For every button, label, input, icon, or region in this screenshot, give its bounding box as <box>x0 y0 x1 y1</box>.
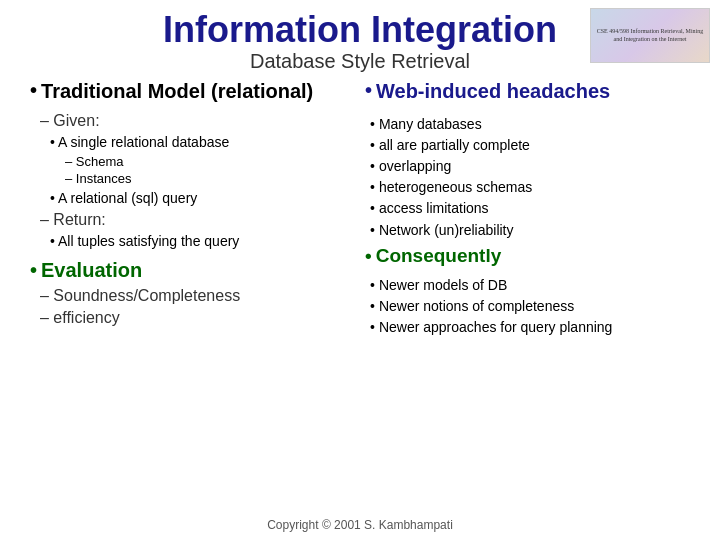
headache-text-0: Many databases <box>379 115 482 133</box>
bullet-dot2: • <box>50 190 58 206</box>
bullet-consequently: • <box>365 245 372 267</box>
given-item: – Given: <box>40 111 355 132</box>
consq-item-0: Newer models of DB <box>370 276 690 294</box>
tuples-bullet: • All tuples satisfying the query <box>50 232 355 250</box>
evaluation-header: • Evaluation <box>30 259 355 282</box>
consequently-header: • Consequently <box>365 245 690 272</box>
efficiency-item: – efficiency <box>40 308 355 329</box>
tuples-text: All tuples satisfying the query <box>58 233 239 249</box>
schema-dash: – <box>65 154 76 169</box>
web-headaches-header: • Web-induced headaches <box>365 79 690 109</box>
traditional-model-title: Traditional Model (relational) <box>41 79 313 103</box>
soundness-dash: – <box>40 287 53 304</box>
instances-label: Instances <box>76 171 132 186</box>
bullet-traditional: • <box>30 79 37 102</box>
query-text: A relational (sql) query <box>58 190 197 206</box>
given-label: Given: <box>53 112 99 129</box>
bullet-dot: • <box>50 134 58 150</box>
headache-text-3: heterogeneous schemas <box>379 178 532 196</box>
headache-text-4: access limitations <box>379 199 489 217</box>
consequently-section: • Consequently Newer models of DB Newer … <box>365 245 690 336</box>
return-label: Return: <box>53 211 105 228</box>
soundness-label: Soundness/Completeness <box>53 287 240 304</box>
slide: CSE 494/598 Information Retrieval, Minin… <box>0 0 720 540</box>
consq-text-0: Newer models of DB <box>379 276 507 294</box>
consq-item-2: Newer approaches for query planning <box>370 318 690 336</box>
efficiency-dash: – <box>40 309 53 326</box>
bullet-evaluation: • <box>30 259 37 282</box>
left-column: • Traditional Model (relational) – Given… <box>30 79 355 339</box>
evaluation-section: • Evaluation – Soundness/Completeness – … <box>30 259 355 330</box>
consq-item-1: Newer notions of completeness <box>370 297 690 315</box>
bullet-dot3: • <box>50 233 58 249</box>
traditional-model-header: • Traditional Model (relational) <box>30 79 355 107</box>
headache-item-2: overlapping <box>370 157 690 175</box>
headache-item-5: Network (un)reliability <box>370 221 690 239</box>
bullet-web: • <box>365 79 372 102</box>
headache-item-1: all are partially complete <box>370 136 690 154</box>
footer: Copyright © 2001 S. Kambhampati <box>0 518 720 532</box>
header-image-content: CSE 494/598 Information Retrieval, Minin… <box>591 9 709 62</box>
return-dash: – <box>40 211 53 228</box>
instances-dash: – <box>65 171 76 186</box>
return-item: – Return: <box>40 210 355 231</box>
single-db-bullet: • A single relational database <box>50 133 355 151</box>
web-headaches-title: Web-induced headaches <box>376 79 610 103</box>
instances-item: – Instances <box>65 171 355 188</box>
consequently-title: Consequently <box>376 245 502 268</box>
single-db-text: A single relational database <box>58 134 229 150</box>
headache-text-2: overlapping <box>379 157 451 175</box>
evaluation-title: Evaluation <box>41 259 142 282</box>
headache-item-0: Many databases <box>370 115 690 133</box>
schema-item: – Schema <box>65 154 355 171</box>
headache-text-5: Network (un)reliability <box>379 221 514 239</box>
soundness-item: – Soundness/Completeness <box>40 286 355 307</box>
schema-label: Schema <box>76 154 124 169</box>
headache-item-3: heterogeneous schemas <box>370 178 690 196</box>
consq-text-2: Newer approaches for query planning <box>379 318 612 336</box>
consq-text-1: Newer notions of completeness <box>379 297 574 315</box>
copyright-text: Copyright © 2001 S. Kambhampati <box>267 518 453 532</box>
image-label: CSE 494/598 Information Retrieval, Minin… <box>594 28 706 42</box>
headache-item-4: access limitations <box>370 199 690 217</box>
query-bullet: • A relational (sql) query <box>50 189 355 207</box>
header-image: CSE 494/598 Information Retrieval, Minin… <box>590 8 710 63</box>
given-dash: – <box>40 112 53 129</box>
right-column: • Web-induced headaches Many databases a… <box>365 79 690 339</box>
content-area: • Traditional Model (relational) – Given… <box>30 79 690 339</box>
headache-text-1: all are partially complete <box>379 136 530 154</box>
efficiency-label: efficiency <box>53 309 119 326</box>
